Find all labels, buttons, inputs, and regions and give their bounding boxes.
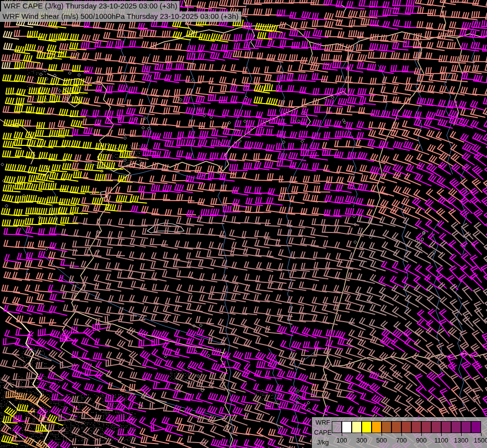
legend-tick-mark — [382, 433, 382, 436]
legend-tick-label: 1500 — [470, 437, 487, 444]
legend-color-swatch — [471, 421, 481, 433]
legend-tick-mark — [362, 433, 362, 436]
legend-tick-label: 900 — [410, 437, 432, 444]
legend-color-swatch — [401, 421, 411, 433]
header-cape-title-text: WRF CAPE (J/kg) Thursday 23-10-2025 03:0… — [3, 1, 177, 10]
header-windshear-title: WRF Wind shear (m/s) 500/1000hPa Thursda… — [0, 11, 241, 22]
header-windshear-title-text: WRF Wind shear (m/s) 500/1000hPa Thursda… — [2, 12, 239, 20]
legend-color-swatch — [332, 421, 342, 433]
legend-tick-label: 300 — [351, 437, 373, 444]
legend-tick-mark — [342, 433, 342, 436]
legend-tick-mark — [401, 433, 402, 436]
weather-map-canvas — [0, 0, 487, 448]
legend-model-label: WRF — [315, 419, 330, 426]
legend-color-swatch — [382, 421, 391, 433]
legend-panel: WRF CAPE J/kg 10030050070090011001300150… — [311, 417, 487, 448]
legend-color-swatch — [342, 421, 352, 433]
legend-color-swatch — [421, 421, 431, 433]
legend-tick-label: 100 — [331, 437, 353, 444]
legend-color-swatch — [411, 421, 421, 433]
header-cape-title: WRF CAPE (J/kg) Thursday 23-10-2025 03:0… — [0, 0, 180, 12]
legend-color-swatch — [431, 421, 441, 433]
legend-color-swatch — [441, 421, 451, 433]
legend-tick-label: 700 — [390, 437, 412, 444]
legend-variable-label: CAPE — [314, 429, 331, 436]
legend-color-swatch — [391, 421, 401, 433]
legend-tick-mark — [461, 433, 462, 436]
legend-tick-label: 1300 — [450, 437, 472, 444]
legend-tick-mark — [441, 433, 442, 436]
legend-tick-mark — [481, 433, 482, 436]
legend-color-swatch — [372, 421, 382, 433]
legend-color-swatch — [451, 421, 461, 433]
legend-tick-mark — [421, 433, 422, 436]
legend-color-swatch — [461, 421, 471, 433]
legend-color-swatch — [352, 421, 362, 433]
legend-tick-label: 500 — [371, 437, 392, 444]
legend-unit-label: J/kg — [317, 439, 329, 446]
weather-map-viewport: WRF CAPE (J/kg) Thursday 23-10-2025 03:0… — [0, 0, 487, 448]
legend-color-swatch — [362, 421, 372, 433]
legend-tick-label: 1100 — [430, 437, 452, 444]
